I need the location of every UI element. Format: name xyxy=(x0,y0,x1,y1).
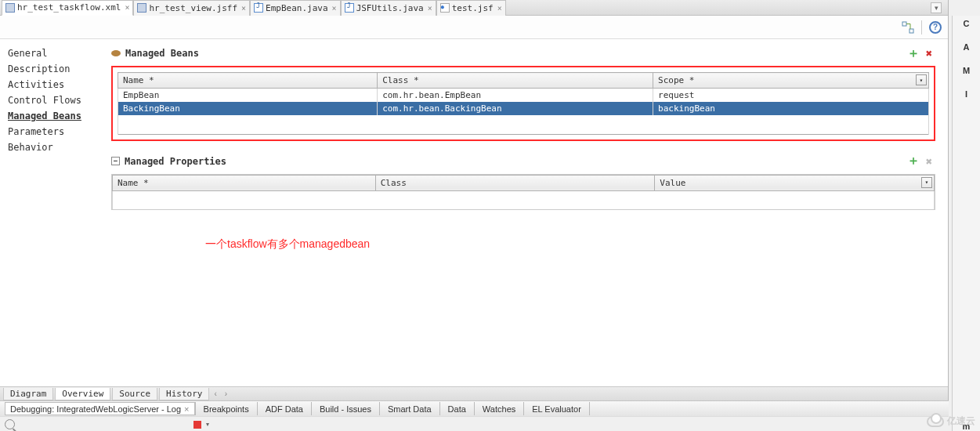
sidebar-item-general[interactable]: General xyxy=(0,45,99,61)
xml-file-icon xyxy=(5,3,15,13)
tab-overview[interactable]: Overview xyxy=(55,388,110,400)
dropdown-arrow-icon[interactable]: ▾ xyxy=(916,74,927,85)
dropdown-arrow-icon[interactable]: ▾ xyxy=(921,177,932,188)
chevron-left-icon[interactable]: ‹ xyxy=(211,389,219,398)
search-input[interactable] xyxy=(20,420,176,429)
tab-label: EmpBean.java xyxy=(266,3,327,13)
tab-label: hr_test_view.jsff xyxy=(149,3,237,13)
sidebar-item-parameters[interactable]: Parameters xyxy=(0,124,99,139)
managed-beans-table: Name * Class * Scope *▾ EmpBean com.hr.b… xyxy=(118,72,929,135)
sidebar-item-behavior[interactable]: Behavior xyxy=(0,139,99,155)
cloud-icon xyxy=(927,416,944,427)
search-bar: ▾ xyxy=(0,416,949,431)
debug-log-tab[interactable]: Debugging: IntegratedWebLogicServer - Lo… xyxy=(5,402,195,415)
editor-tab[interactable]: EmpBean.java× xyxy=(250,0,341,16)
col-scope[interactable]: Scope *▾ xyxy=(653,73,929,89)
table-row[interactable]: BackingBean com.hr.bean.BackingBean back… xyxy=(118,102,929,115)
sidebar-item-activities[interactable]: Activities xyxy=(0,77,99,92)
sidebar-item-managed-beans[interactable]: Managed Beans xyxy=(0,108,99,124)
editor-tab[interactable]: test.jsf× xyxy=(436,0,506,16)
tab-label: test.jsf xyxy=(452,3,494,13)
debug-panel-tabs: Debugging: IntegratedWebLogicServer - Lo… xyxy=(0,400,949,416)
delete-property-button: ✖ xyxy=(923,155,935,168)
dropdown-arrow-icon[interactable]: ▾ xyxy=(206,421,209,428)
editor-tab[interactable]: JSFUtils.java× xyxy=(341,0,436,16)
debug-tab-watches[interactable]: Watches xyxy=(474,402,523,415)
managed-beans-panel: Managed Beans ＋ ✖ Name * Class * Scope *… xyxy=(99,39,948,386)
close-icon[interactable]: × xyxy=(332,4,337,13)
col-class[interactable]: Class * xyxy=(378,73,653,89)
jsf-file-icon xyxy=(440,3,450,13)
close-icon[interactable]: × xyxy=(497,4,502,13)
section-title: Managed Properties xyxy=(125,156,226,167)
debug-tab-build-issues[interactable]: Build - Issues xyxy=(311,402,379,415)
xml-file-icon xyxy=(137,3,146,13)
close-icon[interactable]: × xyxy=(241,4,246,13)
link-diagram-icon[interactable] xyxy=(902,21,914,34)
col-name[interactable]: Name * xyxy=(118,73,378,89)
watermark: 亿速云 xyxy=(927,415,975,428)
col-class[interactable]: Class xyxy=(375,175,655,190)
editor-tab[interactable]: hr_test_view.jsff× xyxy=(133,0,250,16)
editor-toolbar: ? xyxy=(0,16,948,39)
annotation-text: 一个taskflow有多个managedbean xyxy=(205,237,935,252)
debug-tab-smart-data[interactable]: Smart Data xyxy=(379,402,439,415)
sidebar-item-control-flows[interactable]: Control Flows xyxy=(0,92,99,108)
editor-view-tabs: Diagram Overview Source History ‹ › xyxy=(0,386,948,400)
highlighted-region: Name * Class * Scope *▾ EmpBean com.hr.b… xyxy=(111,66,935,141)
tab-diagram[interactable]: Diagram xyxy=(3,388,53,400)
java-file-icon xyxy=(345,3,354,13)
editor-tab[interactable]: hr_test_taskflow.xml× xyxy=(2,0,133,16)
tab-list-button[interactable]: ▾ xyxy=(931,2,942,13)
managed-properties-table: Name * Class Value▾ xyxy=(112,175,935,210)
bean-icon xyxy=(111,50,121,56)
palette-letter[interactable]: A xyxy=(964,42,970,52)
palette-letter[interactable]: C xyxy=(964,19,970,28)
table-row[interactable]: EmpBean com.hr.bean.EmpBean request xyxy=(118,89,929,103)
col-value[interactable]: Value▾ xyxy=(655,175,935,190)
debug-tab-data[interactable]: Data xyxy=(439,402,474,415)
palette-letter[interactable]: M xyxy=(963,66,970,75)
tab-source[interactable]: Source xyxy=(112,388,157,400)
collapse-icon[interactable]: − xyxy=(111,157,120,165)
debug-tab-el-evaluator[interactable]: EL Evaluator xyxy=(523,402,589,415)
sidebar-item-description[interactable]: Description xyxy=(0,61,99,77)
tab-history[interactable]: History xyxy=(159,388,209,400)
svg-rect-1 xyxy=(909,29,913,33)
close-icon[interactable]: × xyxy=(428,4,432,13)
close-icon[interactable]: × xyxy=(184,404,189,414)
col-name[interactable]: Name * xyxy=(113,175,376,190)
close-icon[interactable]: × xyxy=(125,3,129,12)
editor-tab-strip: hr_test_taskflow.xml× hr_test_view.jsff×… xyxy=(0,0,948,16)
right-tool-strip: C A M I m xyxy=(952,16,980,431)
help-icon[interactable]: ? xyxy=(929,21,942,34)
tab-label: JSFUtils.java xyxy=(356,3,424,13)
svg-rect-0 xyxy=(902,22,906,26)
section-title: Managed Beans xyxy=(125,48,199,59)
search-icon xyxy=(5,419,15,429)
stop-icon[interactable] xyxy=(193,421,201,429)
chevron-right-icon[interactable]: › xyxy=(222,389,230,398)
overview-sidebar: General Description Activities Control F… xyxy=(0,39,99,386)
tab-label: hr_test_taskflow.xml xyxy=(17,2,121,13)
debug-tab-adf-data[interactable]: ADF Data xyxy=(257,402,311,415)
palette-letter[interactable]: I xyxy=(965,89,967,99)
debug-tab-breakpoints[interactable]: Breakpoints xyxy=(195,402,257,415)
add-bean-button[interactable]: ＋ xyxy=(907,47,920,60)
delete-bean-button[interactable]: ✖ xyxy=(923,47,935,60)
java-file-icon xyxy=(254,3,263,13)
add-property-button[interactable]: ＋ xyxy=(907,155,920,168)
